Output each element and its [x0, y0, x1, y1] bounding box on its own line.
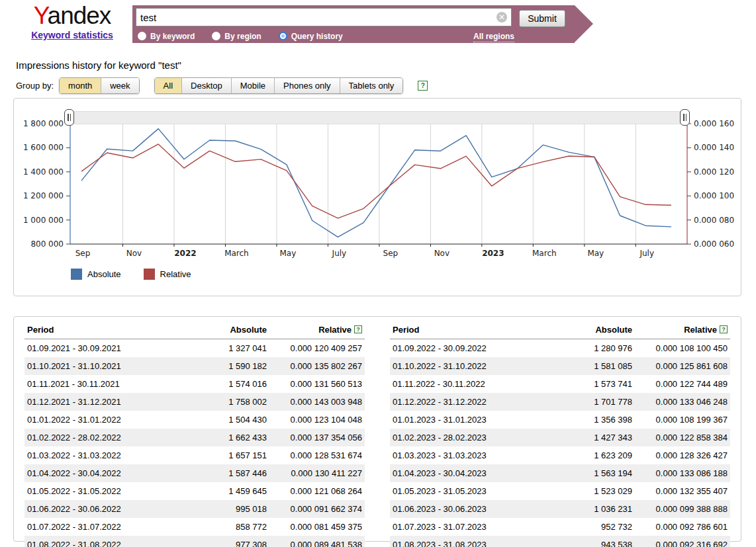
- table-row: 01.07.2023 - 31.07.2023952 7320.000 092 …: [390, 518, 730, 536]
- relative-help-icon[interactable]: ?: [720, 325, 728, 333]
- period-cell: 01.05.2022 - 31.05.2022: [24, 482, 181, 500]
- absolute-cell: 1 701 778: [546, 393, 635, 411]
- radio-icon[interactable]: [212, 32, 220, 40]
- period-cell: 01.06.2023 - 30.06.2023: [390, 500, 546, 518]
- svg-text:1 600 000: 1 600 000: [23, 143, 64, 152]
- table-row: 01.02.2023 - 28.02.20231 427 3430.000 12…: [390, 429, 730, 446]
- svg-text:March: March: [224, 249, 249, 258]
- period-cell: 01.09.2022 - 30.09.2022: [390, 339, 546, 358]
- group-by-week[interactable]: week: [101, 78, 138, 93]
- svg-text:0.000 100: 0.000 100: [694, 191, 734, 200]
- tab-tablets-only[interactable]: Tablets only: [340, 78, 403, 93]
- table-row: 01.03.2023 - 31.03.20231 623 2090.000 12…: [390, 446, 730, 464]
- period-cell: 01.11.2022 - 30.11.2022: [390, 375, 546, 393]
- period-cell: 01.08.2022 - 31.08.2022: [24, 536, 181, 547]
- keyword-statistics-link[interactable]: Keyword statistics: [31, 30, 113, 40]
- submit-button[interactable]: Submit: [519, 10, 565, 27]
- period-tables-panel: PeriodAbsoluteRelative?01.09.2021 - 30.0…: [13, 316, 741, 542]
- relative-cell: 0.000 108 199 367: [635, 411, 730, 429]
- search-input-wrap: ✕: [136, 8, 512, 26]
- period-cell: 01.07.2022 - 31.07.2022: [24, 518, 181, 536]
- all-regions-link[interactable]: All regions: [473, 32, 514, 42]
- tab-phones-only[interactable]: Phones only: [274, 78, 340, 93]
- tab-desktop[interactable]: Desktop: [181, 78, 231, 93]
- relative-cell: 0.000 081 459 375: [269, 518, 365, 536]
- relative-cell: 0.000 091 662 374: [269, 500, 365, 518]
- relative-help-icon[interactable]: ?: [354, 325, 362, 333]
- table-row: 01.12.2021 - 31.12.20211 758 0020.000 14…: [24, 393, 365, 411]
- period-cell: 01.02.2022 - 28.02.2022: [24, 429, 181, 446]
- relative-cell: 0.000 131 560 513: [269, 375, 365, 393]
- svg-text:0.000 120: 0.000 120: [694, 167, 734, 177]
- period-cell: 01.10.2022 - 31.10.2022: [390, 357, 546, 375]
- table-header-row: PeriodAbsoluteRelative?: [390, 321, 730, 339]
- svg-text:1 800 000: 1 800 000: [23, 119, 64, 128]
- svg-text:May: May: [280, 249, 297, 258]
- svg-text:0.000 060: 0.000 060: [694, 239, 734, 249]
- svg-text:Sep: Sep: [383, 249, 399, 258]
- radio-icon[interactable]: [138, 32, 146, 40]
- svg-text:Nov: Nov: [126, 249, 142, 258]
- column-header-absolute: Absolute: [546, 321, 635, 339]
- column-header-absolute: Absolute: [181, 321, 269, 339]
- absolute-cell: 995 018: [181, 500, 269, 518]
- banner-arrow-shape: [575, 5, 593, 42]
- absolute-cell: 1 574 016: [181, 375, 269, 393]
- table-row: 01.09.2022 - 30.09.20221 280 9760.000 10…: [390, 339, 730, 358]
- clear-icon[interactable]: ✕: [496, 12, 507, 22]
- relative-cell: 0.000 092 786 601: [635, 518, 730, 536]
- column-header-relative: Relative?: [635, 321, 730, 339]
- absolute-cell: 943 538: [546, 536, 635, 547]
- radio-by-keyword[interactable]: By keyword: [138, 32, 195, 41]
- legend-swatch-absolute: [71, 269, 82, 280]
- absolute-cell: 1 356 398: [546, 411, 635, 429]
- svg-text:July: July: [639, 249, 654, 258]
- period-cell: 01.01.2023 - 31.01.2023: [390, 411, 546, 429]
- logo-block: Yandex Keyword statistics: [23, 3, 122, 41]
- chart-range-slider-track[interactable]: [67, 111, 688, 124]
- tab-all[interactable]: All: [155, 78, 181, 93]
- period-cell: 01.11.2021 - 30.11.2021: [24, 375, 181, 393]
- svg-text:0.000 080: 0.000 080: [694, 216, 734, 225]
- radio-selected-icon[interactable]: [279, 32, 287, 40]
- period-cell: 01.12.2021 - 31.12.2021: [24, 393, 181, 411]
- table-header-row: PeriodAbsoluteRelative?: [24, 321, 365, 339]
- chart-range-slider-right-handle[interactable]: [680, 109, 690, 126]
- svg-text:Sep: Sep: [75, 249, 91, 258]
- period-cell: 01.08.2023 - 31.08.2023: [390, 536, 546, 547]
- series-line-absolute: [81, 129, 671, 237]
- relative-cell: 0.000 130 411 227: [269, 464, 365, 482]
- help-icon[interactable]: ?: [418, 81, 428, 91]
- radio-query-history[interactable]: Query history: [279, 32, 343, 41]
- relative-cell: 0.000 089 481 538: [269, 536, 365, 547]
- legend-swatch-relative: [144, 269, 155, 280]
- group-by-label: Group by:: [16, 81, 54, 91]
- absolute-cell: 952 732: [546, 518, 635, 536]
- group-by-button-group: monthweek: [59, 77, 140, 94]
- absolute-cell: 1 623 209: [546, 446, 635, 464]
- table-row: 01.08.2023 - 31.08.2023943 5380.000 092 …: [390, 536, 730, 547]
- group-by-month[interactable]: month: [60, 78, 101, 93]
- svg-text:1 400 000: 1 400 000: [23, 167, 64, 177]
- table-row: 01.11.2022 - 30.11.20221 573 7410.000 12…: [390, 375, 730, 393]
- chart-range-slider-left-handle[interactable]: [64, 109, 74, 126]
- radio-label: Query history: [291, 32, 343, 41]
- legend-label: Absolute: [87, 269, 121, 279]
- period-cell: 01.01.2022 - 31.01.2022: [24, 411, 181, 429]
- radio-by-region[interactable]: By region: [212, 32, 261, 41]
- table-row: 01.01.2022 - 31.01.20221 504 4300.000 12…: [24, 411, 365, 429]
- period-cell: 01.03.2023 - 31.03.2023: [390, 446, 546, 464]
- table-row: 01.07.2022 - 31.07.2022858 7720.000 081 …: [24, 518, 365, 536]
- device-tab-group: AllDesktopMobilePhones onlyTablets only: [154, 77, 404, 94]
- yandex-logo[interactable]: Yandex: [23, 3, 122, 29]
- absolute-cell: 1 036 231: [546, 500, 635, 518]
- relative-cell: 0.000 125 861 608: [635, 357, 730, 375]
- tab-mobile[interactable]: Mobile: [231, 78, 274, 93]
- svg-text:March: March: [532, 249, 557, 258]
- period-cell: 01.05.2023 - 31.05.2023: [390, 482, 546, 500]
- relative-cell: 0.000 137 354 056: [269, 429, 365, 446]
- absolute-cell: 1 523 029: [546, 482, 635, 500]
- logo-letter-y: Y: [34, 2, 48, 29]
- search-input[interactable]: [136, 8, 512, 26]
- table-row: 01.10.2021 - 31.10.20211 590 1820.000 13…: [24, 357, 365, 375]
